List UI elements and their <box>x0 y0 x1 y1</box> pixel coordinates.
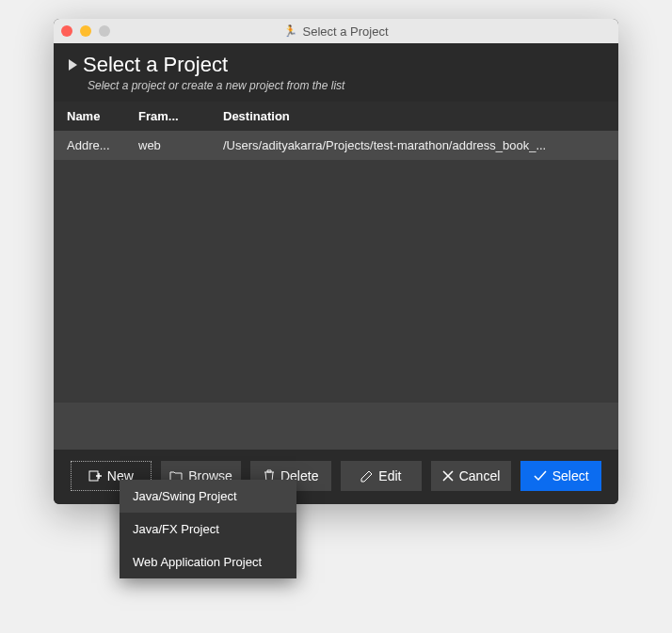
dialog-window: 🏃 Select a Project Select a Project Sele… <box>54 19 618 504</box>
column-name-header[interactable]: Name <box>54 109 138 123</box>
cancel-button[interactable]: Cancel <box>431 461 512 491</box>
table-row[interactable]: Addre... web /Users/adityakarra/Projects… <box>54 131 618 160</box>
cell-destination: /Users/adityakarra/Projects/test-maratho… <box>223 138 618 152</box>
edit-button[interactable]: Edit <box>341 461 422 491</box>
new-project-dropdown: Java/Swing Project Java/FX Project Web A… <box>120 480 296 578</box>
page-title: Select a Project <box>83 53 228 77</box>
cell-framework: web <box>138 138 223 152</box>
spacer <box>54 403 618 450</box>
close-window-button[interactable] <box>61 25 72 37</box>
minimize-window-button[interactable] <box>80 25 91 37</box>
edit-button-label: Edit <box>378 468 401 483</box>
column-destination-header[interactable]: Destination <box>223 109 618 123</box>
titlebar-title: 🏃 Select a Project <box>283 24 388 39</box>
dropdown-item-java-swing[interactable]: Java/Swing Project <box>120 480 296 513</box>
page-subtitle: Select a project or create a new project… <box>88 79 603 92</box>
table-header-row: Name Fram... Destination <box>54 102 618 131</box>
dropdown-item-java-fx[interactable]: Java/FX Project <box>120 513 296 546</box>
titlebar: 🏃 Select a Project <box>54 19 618 43</box>
dialog-header: Select a Project Select a project or cre… <box>54 43 618 102</box>
column-framework-header[interactable]: Fram... <box>138 109 223 123</box>
cell-name: Addre... <box>54 138 138 152</box>
disclosure-triangle-icon[interactable] <box>69 59 77 71</box>
cancel-button-label: Cancel <box>459 468 501 483</box>
maximize-window-button[interactable] <box>99 25 110 37</box>
new-icon <box>88 469 102 483</box>
window-title-text: Select a Project <box>302 24 388 39</box>
close-icon <box>442 470 454 482</box>
pencil-icon <box>360 470 373 483</box>
running-man-icon: 🏃 <box>283 24 297 38</box>
project-table: Name Fram... Destination Addre... web /U… <box>54 102 618 403</box>
select-button-label: Select <box>552 468 589 483</box>
select-button[interactable]: Select <box>520 461 601 491</box>
dropdown-item-web-app[interactable]: Web Application Project <box>120 546 296 578</box>
check-icon <box>534 470 547 482</box>
window-controls <box>61 25 110 37</box>
